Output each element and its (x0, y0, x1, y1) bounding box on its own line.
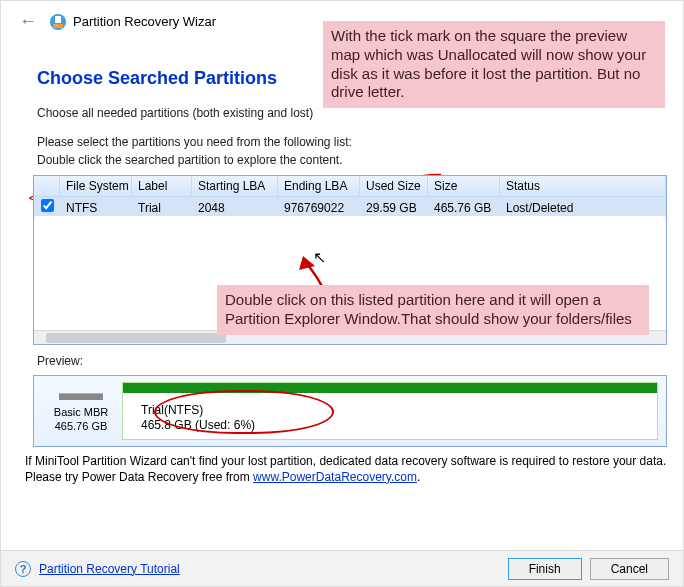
recovery-note: If MiniTool Partition Wizard can't find … (1, 447, 683, 487)
col-starting-lba[interactable]: Starting LBA (192, 176, 278, 197)
cancel-button[interactable]: Cancel (590, 558, 669, 580)
col-label[interactable]: Label (132, 176, 192, 197)
recovery-link[interactable]: www.PowerDataRecovery.com (253, 470, 417, 484)
footer-bar: ? Partition Recovery Tutorial Finish Can… (1, 550, 683, 586)
preview-label: Preview: (1, 345, 683, 374)
col-filesystem[interactable]: File System (60, 176, 132, 197)
finish-button[interactable]: Finish (508, 558, 582, 580)
col-check[interactable] (34, 176, 60, 197)
app-icon (49, 13, 67, 31)
annotation-callout: With the tick mark on the square the pre… (323, 21, 665, 108)
svg-rect-2 (55, 16, 61, 23)
instruction-3: Double click the searched partition to e… (37, 152, 667, 169)
disk-size: 465.76 GB (40, 420, 122, 434)
partition-bar[interactable]: Trial(NTFS) 465.8 GB (Used: 6%) (122, 382, 658, 440)
window-title: Partition Recovery Wizar (73, 14, 216, 29)
disk-icon: ▬▬ (40, 379, 122, 407)
preview-panel: ▬▬ Basic MBR 465.76 GB Trial(NTFS) 465.8… (33, 375, 667, 447)
disk-summary: ▬▬ Basic MBR 465.76 GB (40, 382, 122, 440)
svg-rect-1 (53, 24, 63, 28)
col-used-size[interactable]: Used Size (360, 176, 428, 197)
col-size[interactable]: Size (428, 176, 500, 197)
partition-title: Trial(NTFS) (141, 403, 255, 419)
disk-type: Basic MBR (40, 406, 122, 420)
partition-detail: 465.8 GB (Used: 6%) (141, 418, 255, 434)
col-ending-lba[interactable]: Ending LBA (278, 176, 360, 197)
tutorial-link[interactable]: Partition Recovery Tutorial (39, 562, 180, 576)
col-status[interactable]: Status (500, 176, 666, 197)
help-icon[interactable]: ? (15, 561, 31, 577)
annotation-callout: Double click on this listed partition he… (217, 285, 649, 335)
back-arrow-icon[interactable]: ← (19, 11, 37, 32)
instruction-2: Please select the partitions you need fr… (37, 134, 667, 151)
